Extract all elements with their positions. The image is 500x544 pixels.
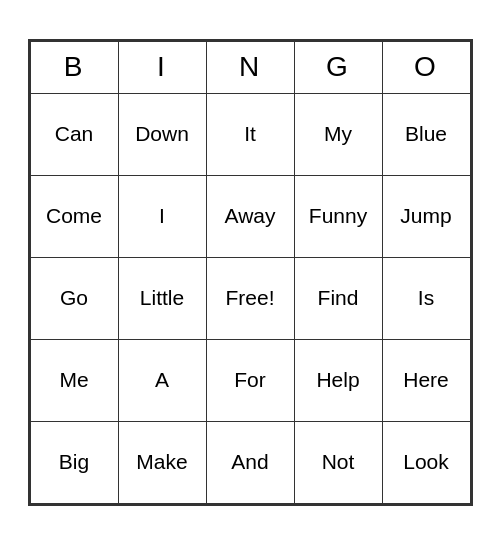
cell-2-2: Free! [206,257,294,339]
cell-0-4[interactable]: Blue [382,93,470,175]
cell-3-1[interactable]: A [118,339,206,421]
cell-2-1[interactable]: Little [118,257,206,339]
cell-2-3[interactable]: Find [294,257,382,339]
header-col-g: G [294,41,382,93]
header-row: BINGO [30,41,470,93]
cell-3-3[interactable]: Help [294,339,382,421]
cell-4-0[interactable]: Big [30,421,118,503]
table-row-4: MeAForHelpHere [30,339,470,421]
cell-3-4[interactable]: Here [382,339,470,421]
table-row-2: ComeIAwayFunnyJump [30,175,470,257]
bingo-table: BINGO CanDownItMyBlueComeIAwayFunnyJumpG… [30,41,471,504]
cell-1-2[interactable]: Away [206,175,294,257]
cell-0-3[interactable]: My [294,93,382,175]
cell-3-0[interactable]: Me [30,339,118,421]
cell-4-4[interactable]: Look [382,421,470,503]
cell-0-0[interactable]: Can [30,93,118,175]
table-row-5: BigMakeAndNotLook [30,421,470,503]
header-col-b: B [30,41,118,93]
table-row-1: CanDownItMyBlue [30,93,470,175]
cell-1-1[interactable]: I [118,175,206,257]
cell-1-0[interactable]: Come [30,175,118,257]
cell-4-1[interactable]: Make [118,421,206,503]
cell-3-2[interactable]: For [206,339,294,421]
cell-0-2[interactable]: It [206,93,294,175]
header-col-n: N [206,41,294,93]
bingo-card: BINGO CanDownItMyBlueComeIAwayFunnyJumpG… [28,39,473,506]
cell-1-3[interactable]: Funny [294,175,382,257]
cell-2-0[interactable]: Go [30,257,118,339]
header-col-i: I [118,41,206,93]
cell-4-3[interactable]: Not [294,421,382,503]
cell-4-2[interactable]: And [206,421,294,503]
table-row-3: GoLittleFree!FindIs [30,257,470,339]
header-col-o: O [382,41,470,93]
cell-0-1[interactable]: Down [118,93,206,175]
bingo-body: CanDownItMyBlueComeIAwayFunnyJumpGoLittl… [30,93,470,503]
cell-1-4[interactable]: Jump [382,175,470,257]
cell-2-4[interactable]: Is [382,257,470,339]
